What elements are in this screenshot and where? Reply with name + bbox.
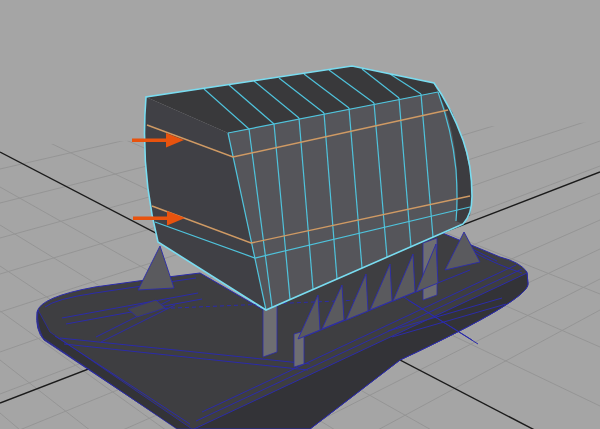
viewport-3d[interactable] xyxy=(0,0,600,429)
viewport-canvas[interactable] xyxy=(0,0,600,429)
